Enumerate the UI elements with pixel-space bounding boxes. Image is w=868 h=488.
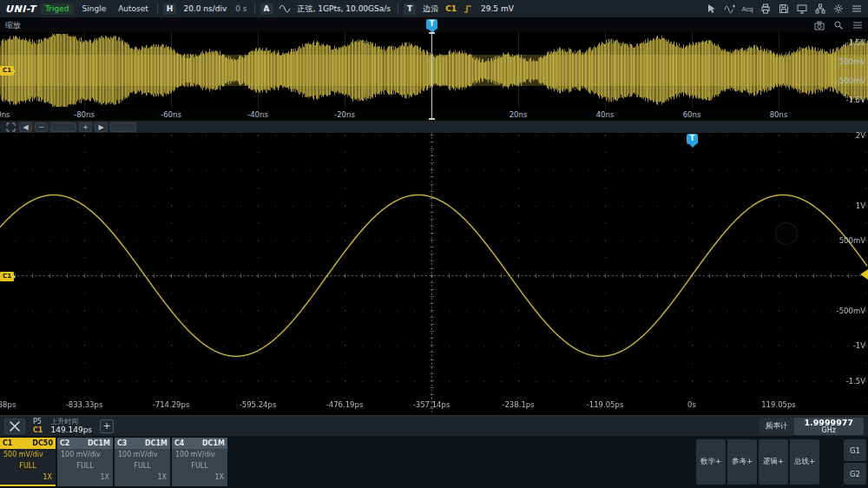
measurement-bar: P5 C1 上升时间 149.149ps + 频率计 1.9999977 GHz — [0, 415, 868, 436]
add-measurement-button[interactable]: + — [100, 419, 114, 433]
divider — [398, 3, 398, 14]
strip-time-label: 40ns — [596, 110, 615, 119]
channel-panel-c2[interactable]: C2 DC1M 100 mV/divFULL1X — [57, 438, 113, 486]
side-button-2[interactable]: 逻辑+ — [759, 439, 788, 485]
horizontal-position-readout[interactable]: 0 s — [233, 4, 248, 13]
measurement-value: 上升时间 149.149ps — [50, 418, 92, 434]
autoset-button[interactable]: Autoset — [115, 3, 152, 15]
rising-edge-icon — [462, 3, 474, 15]
tools-button[interactable] — [4, 419, 25, 434]
trigger-type-readout[interactable]: 边沿 — [421, 3, 440, 15]
channel-panels: C1 DC50 500 mV/divFULL1X C2 DC1M 100 mV/… — [0, 438, 227, 486]
zoom-toolbar-button-0[interactable]: ◀ — [19, 122, 32, 132]
g-button-g2[interactable]: G2 — [844, 463, 866, 485]
measurement-slot[interactable]: P5 C1 — [33, 418, 43, 434]
divider — [157, 3, 158, 14]
channel-panel-c1[interactable]: C1 DC50 500 mV/divFULL1X — [0, 438, 56, 486]
channel-scale: 100 mV/div — [115, 449, 170, 460]
timebase-readout[interactable]: 20.0 ns/div — [181, 4, 228, 13]
channel-id: C3 — [117, 439, 127, 447]
strip-time-label: 80ns — [770, 110, 788, 119]
zoom-toolbar-button-1[interactable]: − — [35, 122, 48, 132]
channel-header: C2 DC1M — [57, 438, 113, 449]
side-button-1[interactable]: 参考+ — [727, 439, 757, 485]
trigger-status: Triged — [41, 3, 73, 15]
expand-icon[interactable] — [4, 121, 16, 133]
strip-time-label: -100ns — [0, 110, 10, 119]
acquire-icon[interactable]: Acq — [741, 3, 753, 15]
channel-coupling: DC50 — [32, 439, 53, 447]
print-icon[interactable] — [760, 3, 772, 15]
channel-header: C1 DC50 — [0, 438, 56, 449]
zoom-toolbar-button-2[interactable] — [50, 122, 76, 132]
topbar: UNI-T Triged Single Autoset H 20.0 ns/di… — [0, 0, 868, 17]
menu-icon[interactable] — [852, 19, 864, 31]
camera-icon[interactable] — [813, 19, 825, 31]
oscilloscope-screen: UNI-T Triged Single Autoset H 20.0 ns/di… — [0, 0, 868, 488]
strip-time-label: 60ns — [683, 110, 701, 119]
dial-indicator — [775, 222, 798, 245]
g-buttons: G1G2 — [844, 439, 866, 485]
zoom-header: 缩放 T — [0, 17, 868, 32]
frequency-counter-value: 1.9999977 GHz — [794, 418, 865, 435]
settings-icon[interactable] — [832, 3, 845, 15]
main-waveform-canvas[interactable] — [0, 133, 868, 415]
strip-channel-marker[interactable]: C1 — [0, 66, 14, 76]
zoom-toolbar-buttons: ◀−+▶ — [19, 122, 136, 132]
channel-probe: 1X — [172, 472, 227, 483]
strip-time-label: -20ns — [334, 110, 355, 119]
channel-probe: 1X — [115, 472, 170, 483]
g-button-g1[interactable]: G1 — [844, 439, 866, 461]
strip-time-label: -80ns — [74, 110, 95, 119]
acquire-readout[interactable]: 正弦, 1GPts, 10.00GSa/s — [296, 3, 392, 15]
main-time-label: -238.1ps — [502, 400, 534, 409]
side-button-0[interactable]: 数学+ — [696, 439, 726, 485]
zoom-title: 缩放 — [5, 20, 21, 31]
main-time-label: -119.05ps — [587, 400, 624, 409]
network-icon[interactable] — [814, 3, 826, 15]
channel-id: C2 — [60, 439, 69, 447]
main-time-label: 0s — [687, 400, 696, 409]
cursor-icon[interactable] — [705, 3, 717, 15]
zoom-toolbar-button-5[interactable] — [110, 122, 136, 132]
zoom-toolbar-button-3[interactable]: + — [79, 122, 92, 132]
single-button[interactable]: Single — [79, 3, 110, 15]
trigger-level-arrow[interactable] — [855, 269, 868, 280]
strip-trigger-marker[interactable]: T — [426, 19, 437, 30]
waveform-icon[interactable] — [723, 3, 735, 15]
main-volt-label: -1V — [853, 341, 865, 350]
display-icon[interactable] — [796, 3, 808, 15]
trigger-source-readout[interactable]: C1 — [445, 4, 457, 13]
channel-panel-c4[interactable]: C4 DC1M 100 mV/divFULL1X — [172, 438, 227, 486]
main-trigger-marker[interactable]: T — [687, 134, 698, 144]
zoom-toolbar-button-4[interactable]: ▶ — [95, 122, 108, 132]
main-time-axis: -952.38ps-833.33ps-714.29ps-595.24ps-476… — [0, 400, 868, 412]
menu-icon[interactable] — [851, 3, 863, 15]
main-channel-marker[interactable]: C1 — [0, 272, 14, 281]
channel-panel-c3[interactable]: C3 DC1M 100 mV/divFULL1X — [115, 438, 170, 486]
brand-logo: UNI-T — [5, 3, 36, 15]
acquire-badge: A — [260, 3, 273, 15]
trigger-level-readout[interactable]: 29.5 mV — [479, 4, 516, 13]
channel-bar: C1 DC50 500 mV/divFULL1X C2 DC1M 100 mV/… — [0, 436, 868, 488]
main-time-label: 119.05ps — [761, 400, 796, 409]
channel-coupling: DC1M — [88, 439, 110, 447]
channel-header: C3 DC1M — [115, 438, 170, 449]
zoom-window-cursor[interactable] — [431, 32, 432, 120]
search-icon[interactable] — [832, 19, 845, 31]
zoom-overview-canvas[interactable] — [0, 32, 868, 109]
main-volt-label: -1.5V — [846, 377, 865, 386]
save-icon[interactable] — [778, 3, 790, 15]
channel-bandwidth: FULL — [57, 460, 113, 472]
horizontal-badge: H — [163, 3, 177, 15]
channel-id: C4 — [174, 439, 184, 447]
side-button-3[interactable]: 总线+ — [790, 439, 819, 485]
strip-volt-label: -500mV — [837, 76, 865, 85]
main-volt-label: 1V — [856, 201, 865, 210]
sine-icon — [279, 3, 291, 15]
channel-bandwidth: FULL — [0, 460, 56, 472]
channel-bandwidth: FULL — [172, 460, 227, 472]
main-time-label: -357.14ps — [413, 400, 450, 409]
channel-coupling: DC1M — [145, 439, 168, 447]
channel-scale: 100 mV/div — [57, 449, 113, 460]
